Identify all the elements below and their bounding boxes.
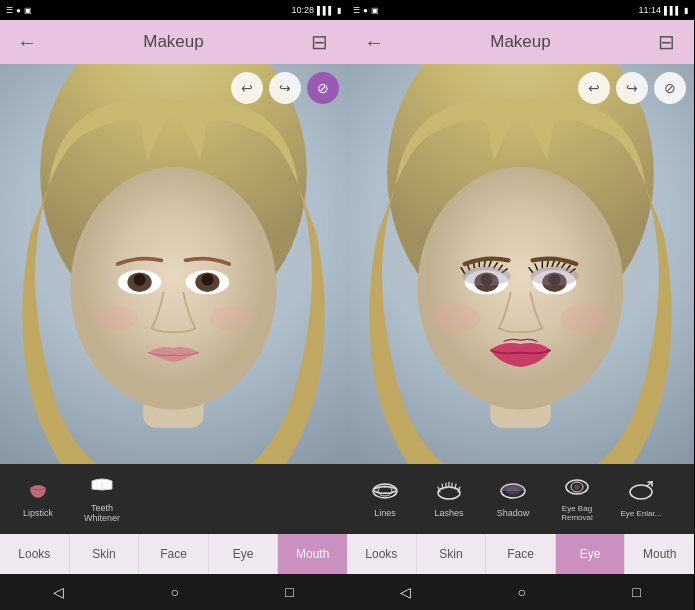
android-nav-right: ◁ ○ □ [347, 574, 694, 610]
app-header-left: ← Makeup ⊟ [0, 20, 347, 64]
svg-point-28 [561, 304, 609, 333]
nav-tabs-left: Looks Skin Face Eye Mouth [0, 534, 347, 574]
android-home-right[interactable]: ○ [518, 584, 526, 600]
tool-eyebag[interactable]: Eye Bag Removal [547, 472, 607, 526]
status-time: 10:28 [291, 5, 314, 15]
tab-skin-left[interactable]: Skin [70, 534, 140, 574]
svg-point-47 [574, 484, 580, 490]
android-back-left[interactable]: ◁ [53, 584, 64, 600]
save-icon-right: ⊟ [658, 30, 675, 54]
svg-point-20 [417, 167, 623, 409]
lashes-label: Lashes [434, 508, 463, 518]
photo-controls-left: ↩ ↪ ⊘ [231, 72, 339, 104]
eyeenl-icon [627, 481, 655, 507]
android-back-right[interactable]: ◁ [400, 584, 411, 600]
face-image-right [347, 64, 694, 464]
svg-point-10 [201, 274, 213, 286]
tools-strip-left: Lipstick Teeth Whitener [0, 464, 347, 534]
tool-lines[interactable]: Lines [355, 476, 415, 522]
photo-area-right: ↩ ↪ ⊘ [347, 64, 694, 464]
redo-button-right[interactable]: ↪ [616, 72, 648, 104]
tab-eye-left[interactable]: Eye [209, 534, 279, 574]
status-bar-right-right-icons: 11:14 ▌▌▌ ▮ [638, 5, 688, 15]
back-button-left[interactable]: ← [12, 27, 42, 57]
lines-icon [371, 480, 399, 506]
face-image-left [0, 64, 347, 464]
tools-strip-right: Lines Lashes [347, 464, 694, 534]
svg-point-44 [506, 487, 520, 495]
lipstick-icon [24, 480, 52, 506]
svg-point-27 [432, 304, 480, 333]
app-header-right: ← Makeup ⊟ [347, 20, 694, 64]
crop-button-left[interactable]: ⊘ [307, 72, 339, 104]
save-icon-left: ⊟ [311, 30, 328, 54]
tool-teeth[interactable]: Teeth Whitener [72, 471, 132, 527]
tab-face-left[interactable]: Face [139, 534, 209, 574]
nav-tabs-right: Looks Skin Face Eye Mouth [347, 534, 694, 574]
tab-mouth-left[interactable]: Mouth [278, 534, 347, 574]
eyebag-icon [563, 476, 591, 502]
svg-point-30 [530, 266, 578, 285]
battery-icon-right: ▮ [684, 6, 688, 15]
status-bar-right: ☰ ● ▣ 11:14 ▌▌▌ ▮ [347, 0, 694, 20]
shadow-icon [499, 480, 527, 506]
tool-shadow[interactable]: Shadow [483, 476, 543, 522]
teeth-label: Teeth Whitener [84, 503, 120, 523]
android-recent-left[interactable]: □ [285, 584, 293, 600]
header-title-right: Makeup [490, 32, 550, 52]
svg-point-33 [438, 487, 460, 499]
tool-lashes[interactable]: Lashes [419, 476, 479, 522]
signal-icon-right: ▌▌▌ [664, 6, 681, 15]
teeth-icon [88, 475, 116, 501]
status-bar-left: ☰ ● ▣ 10:28 ▌▌▌ ▮ [0, 0, 347, 20]
tool-eyeenl[interactable]: Eye Enlar... [611, 477, 671, 522]
svg-point-4 [70, 167, 276, 409]
menu-icon-right: ☰ [353, 6, 360, 15]
save-button-left[interactable]: ⊟ [305, 27, 335, 57]
save-button-right[interactable]: ⊟ [652, 27, 682, 57]
status-bar-right-icons: 10:28 ▌▌▌ ▮ [291, 5, 341, 15]
android-home-left[interactable]: ○ [171, 584, 179, 600]
android-nav-left: ◁ ○ □ [0, 574, 347, 610]
right-panel: ☰ ● ▣ 11:14 ▌▌▌ ▮ ← Makeup ⊟ [347, 0, 694, 610]
photo-area-left: ↩ ↪ ⊘ [0, 64, 347, 464]
photo-controls-right: ↩ ↪ ⊘ [578, 72, 686, 104]
tab-mouth-right[interactable]: Mouth [625, 534, 694, 574]
status-bar-right-left-icons: ☰ ● ▣ [353, 6, 379, 15]
back-arrow-icon-right: ← [364, 31, 384, 54]
notification-dot: ● [16, 6, 21, 15]
tab-face-right[interactable]: Face [486, 534, 556, 574]
lines-label: Lines [374, 508, 396, 518]
tab-eye-right[interactable]: Eye [556, 534, 626, 574]
svg-point-11 [94, 306, 138, 330]
app-icon-right: ▣ [371, 6, 379, 15]
svg-point-12 [210, 306, 254, 330]
undo-button-right[interactable]: ↩ [578, 72, 610, 104]
back-arrow-icon: ← [17, 31, 37, 54]
undo-button-left[interactable]: ↩ [231, 72, 263, 104]
header-title-left: Makeup [143, 32, 203, 52]
svg-point-29 [462, 266, 510, 285]
status-bar-left-icons: ☰ ● ▣ [6, 6, 32, 15]
battery-icon: ▮ [337, 6, 341, 15]
notification-dot-right: ● [363, 6, 368, 15]
tab-looks-left[interactable]: Looks [0, 534, 70, 574]
tab-looks-right[interactable]: Looks [347, 534, 417, 574]
eyeenl-label: Eye Enlar... [621, 509, 662, 518]
shadow-label: Shadow [497, 508, 530, 518]
svg-point-48 [630, 485, 652, 499]
android-recent-right[interactable]: □ [632, 584, 640, 600]
redo-button-left[interactable]: ↪ [269, 72, 301, 104]
tool-lipstick[interactable]: Lipstick [8, 476, 68, 522]
tab-skin-right[interactable]: Skin [417, 534, 487, 574]
crop-button-right[interactable]: ⊘ [654, 72, 686, 104]
eyebag-label: Eye Bag Removal [561, 504, 593, 522]
signal-icon: ▌▌▌ [317, 6, 334, 15]
lashes-icon [435, 480, 463, 506]
menu-icon: ☰ [6, 6, 13, 15]
status-time-right: 11:14 [638, 5, 661, 15]
left-panel: ☰ ● ▣ 10:28 ▌▌▌ ▮ ← Makeup ⊟ [0, 0, 347, 610]
app-icon: ▣ [24, 6, 32, 15]
svg-point-7 [134, 274, 146, 286]
back-button-right[interactable]: ← [359, 27, 389, 57]
